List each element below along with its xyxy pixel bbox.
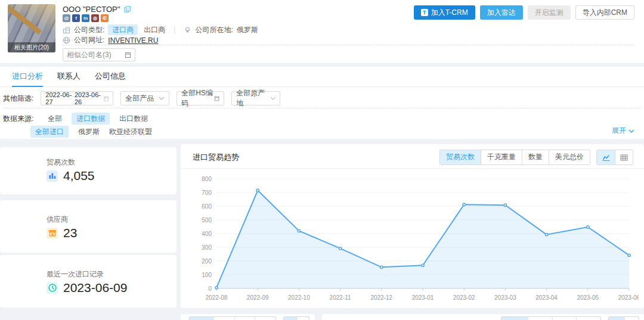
email-icon[interactable]: @ [63,14,70,22]
svg-text:500: 500 [202,217,212,223]
table-icon[interactable] [615,150,633,164]
svg-text:100: 100 [202,272,212,278]
building-icon [63,26,70,34]
source-option[interactable]: 全部 [48,113,62,125]
company-name: OOO "PECTOP" [63,5,131,14]
source-option[interactable]: 进口数据 [72,113,110,125]
action-button-2[interactable]: 加入雷达 [480,5,523,20]
svg-text:2022-12: 2022-12 [370,294,392,301]
stat-card-2: 供应商23 [0,200,177,253]
globe-icon [63,36,70,44]
stat-label: 最近一次进口记录 [47,269,104,279]
hs-code-select[interactable]: 全部HS编码 [177,91,224,105]
header-action-buttons: T加入T-CRM加入雷达开启监测导入内部CRM [414,5,634,20]
svg-text:700: 700 [202,189,212,196]
action-button-1[interactable]: T加入T-CRM [414,5,475,20]
location-label: 公司所在地: [195,25,233,35]
origin-select[interactable]: 全部原产地 [231,91,280,105]
line-chart-icon[interactable] [597,150,615,164]
svg-text:2023-05: 2023-05 [577,294,599,301]
stat-card-1: 贸易次数4,055 [0,147,177,194]
svg-text:2023-01: 2023-01 [412,294,434,301]
filter-row: 其他筛选: 2022-06-27 2023-06-26 全部产品 全部HS编码 [3,91,280,105]
action-button-4[interactable]: 导入内部CRM [575,5,634,20]
region-option[interactable]: 欧亚经济联盟 [109,126,152,138]
partial-view-group[interactable] [283,316,309,320]
svg-text:800: 800 [202,176,212,182]
chart-title: 进口贸易趋势 [193,152,239,163]
bar-chart-icon [47,170,58,182]
metric-button-千克重量[interactable]: 千克重量 [481,150,522,164]
window-icon [214,95,219,102]
company-type-tag: 进口商 [108,24,138,35]
linkedin-icon[interactable]: in [82,14,89,22]
chart-header-divider [181,168,644,169]
svg-text:2023-04: 2023-04 [535,294,558,301]
partial-toggle-group[interactable] [501,316,601,320]
svg-text:2023-02: 2023-02 [453,294,475,301]
similar-companies-select[interactable]: 相似公司名(3) [63,48,135,61]
website-link[interactable]: INVENTIVE.RU [108,36,158,45]
stat-value-row: 4,055 [47,169,95,183]
company-header: 相关图片(20) OOO "PECTOP" @fin◎✆ 公司类型: 进口商出口… [0,0,644,63]
svg-text:2022-09: 2022-09 [247,294,269,301]
social-icons: @fin◎✆ [63,14,109,22]
svg-text:400: 400 [202,231,212,237]
company-photo[interactable]: 相关图片(20) [8,4,55,52]
metric-toggle-group: 贸易次数千克重量数量美元总价 [439,150,590,165]
stat-value: 2023-06-09 [63,281,127,295]
calendar-icon [104,95,109,102]
svg-text:2022-11: 2022-11 [330,294,351,301]
filter-label: 其他筛选: [3,94,33,104]
stat-label: 贸易次数 [47,157,75,167]
tab-进口分析[interactable]: 进口分析 [12,67,43,87]
source-option[interactable]: 出口数据 [119,113,148,125]
company-website-row: 公司网址: INVENTIVE.RU [63,35,158,45]
tab-公司信息[interactable]: 公司信息 [95,67,126,87]
chevron-down-icon [159,97,165,100]
tab-联系人[interactable]: 联系人 [57,67,80,87]
svg-text:0: 0 [208,285,212,292]
partial-toggle-group[interactable] [189,316,276,320]
date-start: 2022-06-27 [45,91,72,105]
data-source-row: 数据来源: 全部进口数据出口数据 [3,113,148,125]
tab-bar: 进口分析联系人公司信息 [0,67,644,87]
date-range-picker[interactable]: 2022-06-27 2023-06-26 [41,91,113,105]
partial-card-right [322,314,644,320]
shop-icon [47,228,58,239]
region-option[interactable]: 全部进口 [30,126,69,138]
filter-divider [3,108,641,108]
svg-text:2023-06: 2023-06 [618,294,639,301]
action-button-3[interactable]: 开启监测 [528,5,571,20]
metric-button-贸易次数[interactable]: 贸易次数 [440,150,481,164]
data-source-options: 全部进口数据出口数据 [48,113,148,125]
metric-button-数量[interactable]: 数量 [522,150,549,164]
company-type-tag: 出口商 [144,25,165,35]
instagram-icon[interactable]: ◎ [91,14,99,22]
chevron-down-icon [628,129,634,133]
trend-line-chart[interactable]: 01002003004005006007008002022-082022-092… [185,172,639,306]
partial-view-group[interactable] [608,316,639,320]
chart-controls: 贸易次数千克重量数量美元总价 [439,150,633,165]
expand-link[interactable]: 展开 [612,126,634,136]
header-divider [63,45,634,45]
partial-card-left [181,314,315,320]
facebook-icon[interactable]: f [72,14,80,22]
region-option[interactable]: 俄罗斯 [78,126,100,138]
svg-text:2023-03: 2023-03 [494,294,516,301]
svg-text:2022-10: 2022-10 [288,294,310,301]
stat-value: 4,055 [63,169,95,183]
copy-icon[interactable] [123,5,131,13]
view-toggle-group [596,150,633,165]
product-select[interactable]: 全部产品 [120,91,169,105]
import-region-options: 全部进口俄罗斯欧亚经济联盟 [30,126,152,138]
related-images-label: 相关图片(20) [8,42,55,52]
phone-icon[interactable]: ✆ [101,14,109,22]
company-info-row: 公司类型: 进口商出口商 | 公司所在地: 俄罗斯 [63,24,258,35]
window-icon [125,52,131,58]
stat-value-row: 23 [47,226,77,240]
svg-text:600: 600 [202,203,212,210]
website-label: 公司网址: [74,35,104,45]
metric-button-美元总价[interactable]: 美元总价 [549,150,590,164]
date-end: 2023-06-26 [75,91,101,105]
